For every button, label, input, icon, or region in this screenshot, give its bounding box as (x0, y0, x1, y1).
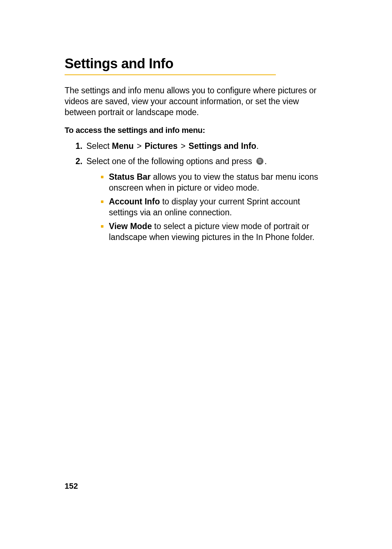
page-title: Settings and Info (65, 56, 328, 72)
list-item: View Mode to select a picture view mode … (101, 221, 328, 243)
list-item: Account Info to display your current Spr… (101, 196, 328, 218)
manual-page: Settings and Info The settings and info … (0, 0, 392, 549)
page-number: 152 (65, 481, 78, 491)
step-1: Select Menu > Pictures > Settings and In… (75, 141, 328, 152)
step-1-menu: Menu (112, 141, 134, 151)
option-title: View Mode (109, 221, 152, 231)
breadcrumb-separator: > (180, 141, 186, 151)
step-2: Select one of the following options and … (75, 156, 328, 243)
step-1-prefix: Select (86, 141, 112, 151)
intro-paragraph: The settings and info menu allows you to… (65, 85, 328, 118)
step-1-settings: Settings and Info (189, 141, 257, 151)
title-rule (65, 74, 276, 75)
option-title: Status Bar (109, 172, 151, 182)
step-2-suffix: . (265, 156, 267, 166)
breadcrumb-separator: > (136, 141, 142, 151)
list-item: Status Bar allows you to view the status… (101, 172, 328, 194)
section-subheading: To access the settings and info menu: (65, 126, 328, 135)
options-list: Status Bar allows you to view the status… (86, 172, 328, 243)
option-title: Account Info (109, 197, 160, 206)
ok-button-icon: MENU OK (256, 157, 264, 168)
step-1-suffix: . (256, 141, 258, 151)
steps-list: Select Menu > Pictures > Settings and In… (65, 141, 328, 243)
step-2-text: Select one of the following options and … (86, 156, 254, 166)
step-1-pictures: Pictures (145, 141, 178, 151)
svg-text:OK: OK (258, 161, 261, 163)
